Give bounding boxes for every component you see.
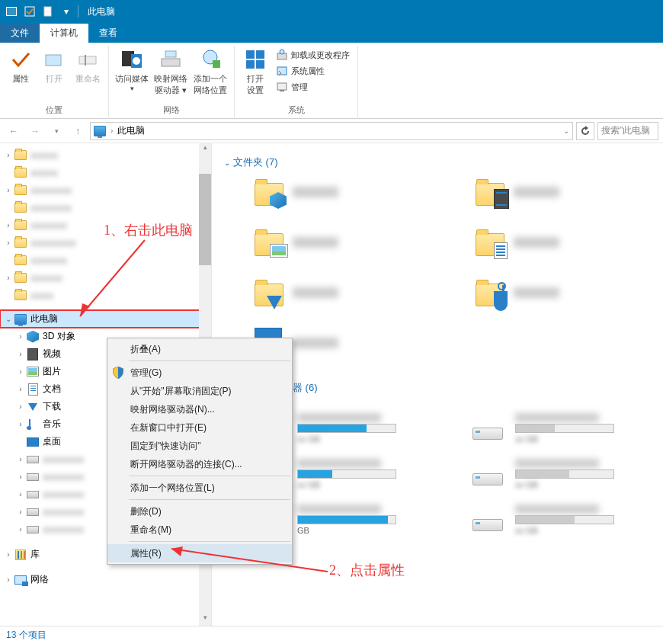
ribbon-group-label: 网络: [163, 103, 180, 119]
expand-icon[interactable]: ›: [3, 151, 14, 159]
address-bar[interactable]: › 此电脑 ⌄: [90, 122, 573, 140]
ribbon-manage[interactable]: 管理: [273, 79, 353, 95]
ctx-collapse[interactable]: 折叠(A): [107, 340, 292, 358]
folder-item[interactable]: [255, 277, 338, 308]
chevron-down-icon[interactable]: ⌄: [563, 127, 569, 135]
ctx-add-net-location[interactable]: 添加一个网络位置(L): [107, 479, 292, 497]
ribbon-group-network: 访问媒体 ▾ 映射网络 驱动器 ▾ 添加一个 网络位置 网络: [109, 46, 235, 119]
folders-header[interactable]: ⌄ 文件夹 (7): [224, 155, 651, 169]
svg-rect-4: [85, 55, 86, 66]
library-icon: [14, 548, 27, 562]
pc-icon: [94, 126, 106, 136]
ribbon-open[interactable]: 打开: [38, 46, 70, 85]
ctx-properties[interactable]: 属性(R): [107, 544, 292, 562]
ribbon-label: 系统属性: [291, 66, 325, 77]
checkbox-icon[interactable]: [21, 3, 38, 20]
svg-rect-20: [280, 90, 284, 91]
ribbon-sysprops[interactable]: 系统属性: [273, 63, 353, 78]
svg-rect-15: [256, 60, 264, 69]
ribbon-group-label: 系统: [288, 103, 305, 119]
ribbon-label: 属性: [12, 73, 29, 85]
ctx-disconnect-drive[interactable]: 断开网络驱动器的连接(C)...: [107, 455, 292, 473]
tree-row[interactable]: ›xxxxxxx: [0, 269, 211, 287]
pc-icon: [3, 3, 20, 20]
tab-computer[interactable]: 计算机: [40, 23, 88, 43]
ribbon-label: 打开: [46, 73, 62, 85]
network-icon: [14, 573, 27, 587]
ctx-unpin-start[interactable]: 从"开始"屏幕取消固定(P): [107, 382, 292, 400]
tree-row[interactable]: xxxxxxxxx: [0, 199, 211, 216]
folder-item[interactable]: [255, 177, 338, 207]
up-button[interactable]: ↑: [69, 122, 87, 140]
tree-row[interactable]: ›xxxxxxxxxx: [0, 234, 211, 252]
refresh-button[interactable]: [576, 122, 594, 140]
recent-dropdown[interactable]: ▾: [47, 122, 66, 140]
svg-rect-12: [246, 50, 255, 59]
forward-button[interactable]: →: [26, 122, 44, 140]
svg-rect-2: [46, 55, 61, 66]
scrollbar-thumb[interactable]: [199, 174, 211, 265]
search-placeholder: 搜索"此电脑: [601, 124, 650, 137]
drive-item[interactable]: xx GB: [472, 505, 614, 535]
devices-header[interactable]: 器 (6): [293, 381, 651, 395]
statusbar: 13 个项目: [0, 626, 663, 644]
separator: [129, 541, 290, 542]
ctx-pin-quick[interactable]: 固定到"快速访问": [107, 437, 292, 455]
ribbon-properties[interactable]: 属性: [5, 46, 37, 85]
desktop-icon: [26, 435, 40, 449]
ribbon-map-drive[interactable]: 映射网络 驱动器 ▾: [152, 46, 190, 96]
ribbon-add-netloc[interactable]: 添加一个 网络位置: [191, 46, 229, 96]
svg-rect-9: [165, 51, 176, 57]
document-icon[interactable]: [40, 3, 56, 20]
tree-row[interactable]: xxxxx: [0, 287, 211, 304]
tree-network[interactable]: ›网络: [0, 571, 211, 588]
svg-rect-3: [79, 56, 96, 64]
tree-label: 音乐: [43, 418, 61, 431]
tab-file[interactable]: 文件: [0, 23, 40, 43]
folder-item[interactable]: [476, 177, 559, 207]
titlebar: ▾ 此电脑: [0, 0, 663, 23]
tree-row[interactable]: xxxxxx: [0, 164, 211, 181]
separator: [129, 476, 290, 476]
svg-rect-19: [277, 83, 287, 90]
tree-row[interactable]: ›xxxxxx: [0, 146, 211, 164]
ribbon-open-settings[interactable]: 打开 设置: [239, 46, 271, 96]
download-icon: [26, 400, 40, 414]
tree-this-pc[interactable]: ⌄ 此电脑: [0, 310, 211, 328]
ctx-label: 属性(R): [130, 547, 162, 560]
ctx-rename[interactable]: 重命名(M): [107, 521, 292, 539]
address-path: 此电脑: [117, 124, 145, 137]
folder-item[interactable]: [255, 227, 338, 258]
ctx-label: 映射网络驱动器(N)...: [130, 403, 215, 416]
ribbon-uninstall[interactable]: 卸载或更改程序: [273, 47, 353, 62]
ribbon-group-location: 属性 打开 重命名 位置: [0, 46, 109, 119]
ctx-map-drive[interactable]: 映射网络驱动器(N)...: [107, 400, 292, 418]
drive-item[interactable]: xx GB: [472, 413, 614, 444]
ctx-label: 折叠(A): [130, 343, 161, 356]
svg-rect-14: [246, 60, 255, 69]
tree-label: 视频: [43, 348, 61, 360]
tree-label: 3D 对象: [43, 330, 75, 343]
ctx-delete[interactable]: 删除(D): [107, 502, 292, 521]
tab-view[interactable]: 查看: [88, 23, 128, 43]
ribbon-access-media[interactable]: 访问媒体 ▾: [114, 46, 150, 92]
tree-row[interactable]: xxxxxxxx: [0, 252, 211, 269]
tree-row[interactable]: ›xxxxxxxx: [0, 216, 211, 234]
ctx-label: 删除(D): [130, 505, 162, 518]
svg-rect-1: [44, 7, 51, 16]
drive-item[interactable]: xx GB: [472, 459, 614, 489]
document-icon: [26, 383, 40, 396]
map-drive-icon: [159, 47, 183, 72]
folder-item[interactable]: [476, 227, 559, 258]
ribbon-rename[interactable]: 重命名: [72, 46, 104, 85]
folder-item[interactable]: [476, 277, 559, 308]
back-button[interactable]: ←: [5, 122, 23, 140]
ctx-open-new-window[interactable]: 在新窗口中打开(E): [107, 418, 292, 437]
search-box[interactable]: 搜索"此电脑: [597, 122, 658, 140]
tree-row[interactable]: ›xxxxxxxxx: [0, 181, 211, 199]
ctx-manage[interactable]: 管理(G): [107, 364, 292, 382]
expand-icon[interactable]: ⌄: [3, 315, 14, 323]
music-icon: [26, 418, 40, 431]
chevron-down-icon[interactable]: ▾: [58, 3, 75, 20]
section-title: 器 (6): [293, 381, 318, 395]
